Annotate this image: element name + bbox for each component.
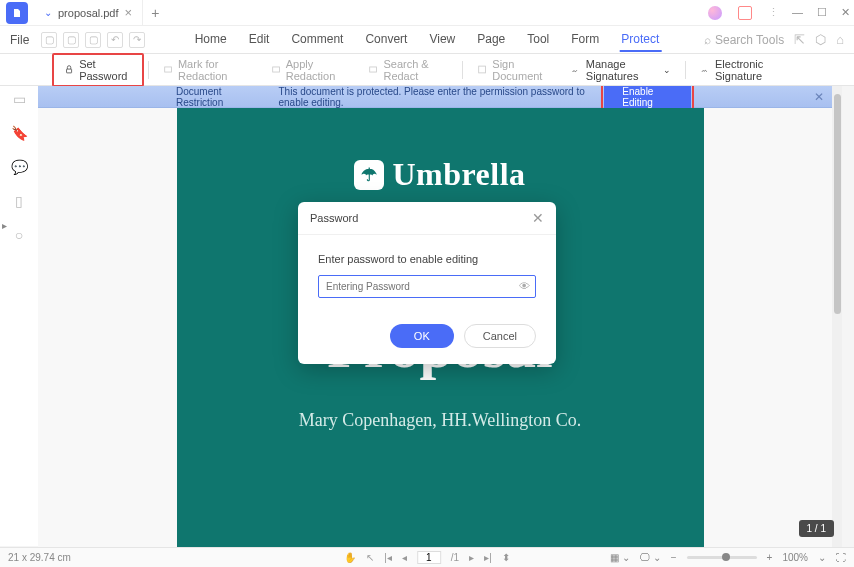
- electronic-signature-button[interactable]: Electronic Signature: [690, 54, 802, 86]
- zoom-out-button[interactable]: −: [671, 552, 677, 563]
- menu-tool[interactable]: Tool: [525, 28, 551, 52]
- separator: [462, 61, 463, 79]
- main-menu: Home Edit Comment Convert View Page Tool…: [193, 28, 662, 52]
- svg-rect-1: [164, 67, 171, 72]
- zoom-in-button[interactable]: +: [767, 552, 773, 563]
- undo-icon[interactable]: ↶: [107, 32, 123, 48]
- page-total: /1: [451, 552, 459, 563]
- password-input[interactable]: [318, 275, 536, 298]
- dialog-close-button[interactable]: ✕: [532, 210, 544, 226]
- scrollbar[interactable]: [832, 86, 842, 547]
- menu-convert[interactable]: Convert: [363, 28, 409, 52]
- page-navigation: ✋ ↖ |◂ ◂ /1 ▸ ▸| ⬍: [344, 551, 510, 564]
- home-icon[interactable]: ⌂: [836, 32, 844, 47]
- zoom-slider[interactable]: [687, 556, 757, 559]
- last-page-button[interactable]: ▸|: [484, 552, 492, 563]
- first-page-button[interactable]: |◂: [384, 552, 392, 563]
- esign-icon: [700, 63, 710, 76]
- page-dimensions: 21 x 29.74 cm: [8, 552, 71, 563]
- minimize-button[interactable]: —: [792, 6, 803, 20]
- dialog-buttons: OK Cancel: [298, 308, 556, 364]
- more-menu-icon[interactable]: ⋮: [768, 6, 778, 20]
- file-menu[interactable]: File: [6, 31, 33, 49]
- menu-edit[interactable]: Edit: [247, 28, 272, 52]
- save-icon[interactable]: ▢: [63, 32, 79, 48]
- chevron-down-icon: ⌄: [663, 65, 671, 75]
- cancel-button[interactable]: Cancel: [464, 324, 536, 348]
- thumbnails-icon[interactable]: ▭: [10, 90, 28, 108]
- separator: [685, 61, 686, 79]
- bookmarks-icon[interactable]: 🔖: [10, 124, 28, 142]
- zoom-dropdown-icon[interactable]: ⌄: [818, 552, 826, 563]
- password-dialog: Password ✕ Enter password to enable edit…: [298, 202, 556, 364]
- next-page-button[interactable]: ▸: [469, 552, 474, 563]
- lock-icon: [64, 63, 74, 76]
- separator: [148, 61, 149, 79]
- menu-home[interactable]: Home: [193, 28, 229, 52]
- banner-close-button[interactable]: ✕: [814, 90, 824, 104]
- hand-tool-icon[interactable]: ✋: [344, 552, 356, 563]
- show-password-icon[interactable]: 👁: [519, 280, 530, 292]
- menu-comment[interactable]: Comment: [289, 28, 345, 52]
- quick-actions: ▢ ▢ ▢ ↶ ↷: [41, 32, 145, 48]
- status-right: ▦ ⌄ 🖵 ⌄ − + 100% ⌄ ⛶: [610, 552, 846, 563]
- manage-signatures-button[interactable]: Manage Signatures ⌄: [561, 54, 681, 86]
- zoom-slider-thumb[interactable]: [722, 553, 730, 561]
- fit-page-icon[interactable]: ⬍: [502, 552, 510, 563]
- sign-document-button: Sign Document: [467, 54, 561, 86]
- banner-message: This document is protected. Please enter…: [278, 86, 601, 108]
- document-tab[interactable]: ⌄ proposal.pdf ×: [34, 0, 143, 25]
- tab-filename: proposal.pdf: [58, 7, 119, 19]
- print-icon[interactable]: ▢: [85, 32, 101, 48]
- enable-editing-button[interactable]: Enable Editing: [604, 86, 691, 110]
- dialog-body: Enter password to enable editing 👁: [298, 235, 556, 308]
- dialog-prompt: Enter password to enable editing: [318, 253, 536, 265]
- select-tool-icon[interactable]: ↖: [366, 552, 374, 563]
- attachments-icon[interactable]: ▯: [10, 192, 28, 210]
- menu-page[interactable]: Page: [475, 28, 507, 52]
- ok-button[interactable]: OK: [390, 324, 454, 348]
- window-controls: ⋮ — ☐ ✕: [708, 6, 850, 20]
- ai-badge-icon[interactable]: [738, 6, 752, 20]
- new-tab-button[interactable]: +: [143, 5, 167, 21]
- signature-icon: [571, 63, 581, 76]
- scrollbar-thumb[interactable]: [834, 94, 841, 314]
- status-bar: 21 x 29.74 cm ✋ ↖ |◂ ◂ /1 ▸ ▸| ⬍ ▦ ⌄ 🖵 ⌄…: [0, 547, 854, 567]
- search-panel-icon[interactable]: ○: [10, 226, 28, 244]
- page-number-input[interactable]: [417, 551, 441, 564]
- view-mode-icon[interactable]: ▦ ⌄: [610, 552, 630, 563]
- page-indicator-badge: 1 / 1: [799, 520, 834, 537]
- ai-assistant-icon[interactable]: [708, 6, 722, 20]
- close-window-button[interactable]: ✕: [841, 6, 850, 20]
- menu-bar: File ▢ ▢ ▢ ↶ ↷ Home Edit Comment Convert…: [0, 26, 854, 54]
- prev-page-button[interactable]: ◂: [402, 552, 407, 563]
- title-bar: ⌄ proposal.pdf × + ⋮ — ☐ ✕: [0, 0, 854, 26]
- comments-icon[interactable]: 💬: [10, 158, 28, 176]
- umbrella-icon: ☂: [354, 160, 384, 190]
- share-icon[interactable]: ⇱: [794, 32, 805, 47]
- redo-icon[interactable]: ↷: [129, 32, 145, 48]
- tab-close-button[interactable]: ×: [125, 5, 133, 20]
- display-mode-icon[interactable]: 🖵 ⌄: [640, 552, 661, 563]
- fullscreen-icon[interactable]: ⛶: [836, 552, 846, 563]
- brand-logo: ☂ Umbrella: [177, 108, 704, 193]
- mark-for-redaction-button: Mark for Redaction: [153, 54, 261, 86]
- menu-protect[interactable]: Protect: [619, 28, 661, 52]
- document-subtitle: Mary Copenhagen, HH.Wellington Co.: [177, 410, 704, 431]
- set-password-button[interactable]: Set Password: [52, 53, 144, 87]
- zoom-level[interactable]: 100%: [782, 552, 808, 563]
- brand-name: Umbrella: [392, 156, 525, 193]
- menu-view[interactable]: View: [427, 28, 457, 52]
- cloud-icon[interactable]: ⬡: [815, 32, 826, 47]
- svg-rect-4: [479, 66, 486, 73]
- apply-redaction-button: Apply Redaction: [261, 54, 359, 86]
- menu-form[interactable]: Form: [569, 28, 601, 52]
- open-file-icon[interactable]: ▢: [41, 32, 57, 48]
- redact-mark-icon: [163, 63, 173, 76]
- redact-apply-icon: [271, 63, 281, 76]
- svg-rect-2: [272, 67, 279, 72]
- search-icon: ⌕: [704, 33, 711, 47]
- maximize-button[interactable]: ☐: [817, 6, 827, 20]
- search-tools[interactable]: ⌕ Search Tools: [704, 33, 784, 47]
- sidebar-collapse-icon[interactable]: ▸: [2, 220, 7, 231]
